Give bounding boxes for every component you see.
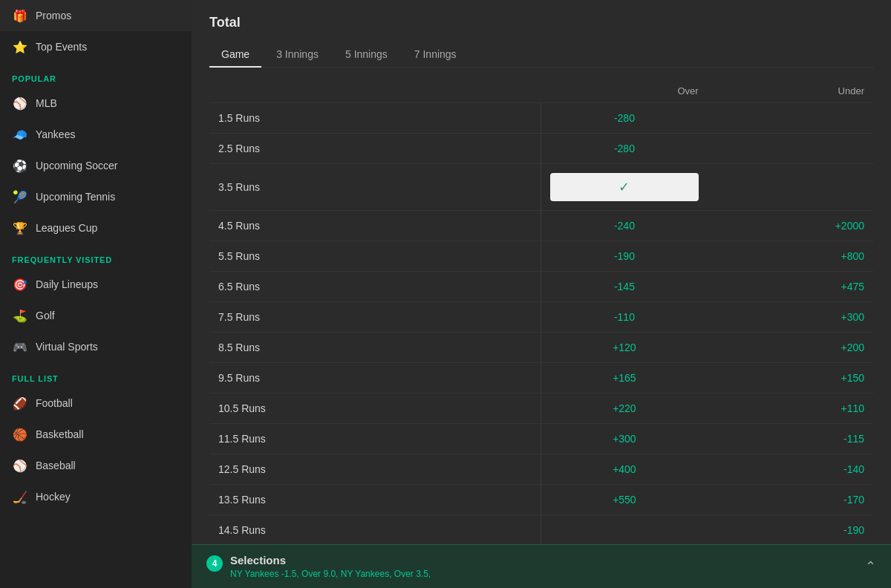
- sidebar-item-yankees[interactable]: 🧢 Yankees: [0, 119, 192, 150]
- over-value: [541, 515, 707, 546]
- table-row: 9.5 Runs+165+150: [209, 363, 873, 393]
- table-row: 13.5 Runs+550-170: [209, 485, 873, 515]
- mlb-label: MLB: [36, 97, 57, 109]
- under-value[interactable]: -140: [708, 454, 873, 485]
- popular-section-label: POPULAR: [0, 62, 192, 88]
- over-value[interactable]: -190: [541, 241, 707, 272]
- odds-table: Over Under 1.5 Runs-2802.5 Runs-2803.5 R…: [209, 79, 873, 575]
- sidebar-item-mlb[interactable]: ⚾ MLB: [0, 88, 192, 119]
- under-value[interactable]: -190: [708, 515, 873, 546]
- run-label: 10.5 Runs: [209, 393, 541, 424]
- sidebar-item-daily-lineups[interactable]: 🎯 Daily Lineups: [0, 269, 192, 300]
- under-value[interactable]: +150: [708, 363, 873, 393]
- leagues-cup-icon: 🏆: [12, 220, 28, 236]
- table-row: 10.5 Runs+220+110: [209, 393, 873, 424]
- table-row: 1.5 Runs-280: [209, 103, 873, 134]
- golf-label: Golf: [36, 310, 55, 321]
- over-value[interactable]: +220: [541, 393, 707, 424]
- sidebar-item-football[interactable]: 🏈 Football: [0, 388, 192, 419]
- over-value[interactable]: +400: [541, 454, 707, 485]
- under-value[interactable]: -115: [708, 424, 873, 454]
- bet-slip-left: 4 Selections NY Yankees -1.5, Over 9.0, …: [206, 554, 431, 579]
- run-label: 12.5 Runs: [209, 454, 541, 485]
- under-value[interactable]: +475: [708, 272, 873, 302]
- table-row: 7.5 Runs-110+300: [209, 302, 873, 333]
- bet-slip-chevron-icon[interactable]: ⌃: [865, 558, 876, 575]
- bet-slip-selections: NY Yankees -1.5, Over 9.0, NY Yankees, O…: [230, 569, 431, 579]
- over-value[interactable]: -145: [541, 272, 707, 302]
- sidebar-item-baseball[interactable]: ⚾ Baseball: [0, 450, 192, 481]
- full-list-label: FULL LIST: [0, 362, 192, 388]
- over-value[interactable]: -280: [541, 103, 707, 134]
- basketball-label: Basketball: [36, 428, 84, 440]
- bet-slip: 4 Selections NY Yankees -1.5, Over 9.0, …: [192, 544, 891, 588]
- col-header-under: Under: [708, 79, 873, 103]
- sidebar-item-virtual-sports[interactable]: 🎮 Virtual Sports: [0, 331, 192, 362]
- sidebar-item-leagues-cup[interactable]: 🏆 Leagues Cup: [0, 212, 192, 244]
- baseball-icon: ⚾: [12, 457, 28, 474]
- under-value: [708, 134, 873, 164]
- under-value[interactable]: +200: [708, 333, 873, 363]
- basketball-icon: 🏀: [12, 426, 28, 442]
- golf-icon: ⛳: [12, 307, 28, 324]
- run-label: 6.5 Runs: [209, 272, 541, 302]
- daily-lineups-label: Daily Lineups: [36, 278, 98, 290]
- over-value[interactable]: ✓: [541, 164, 707, 211]
- sidebar-item-golf[interactable]: ⛳ Golf: [0, 300, 192, 331]
- table-row: 3.5 Runs✓: [209, 164, 873, 211]
- sidebar-item-hockey[interactable]: 🏒 Hockey: [0, 481, 192, 512]
- top-events-label: Top Events: [36, 41, 87, 53]
- tab-game[interactable]: Game: [209, 42, 261, 68]
- table-row: 8.5 Runs+120+200: [209, 333, 873, 363]
- tab-5innings[interactable]: 5 Innings: [333, 42, 399, 68]
- tab-3innings[interactable]: 3 Innings: [264, 42, 330, 68]
- over-value[interactable]: +120: [541, 333, 707, 363]
- bet-slip-title: Selections: [230, 554, 431, 566]
- promos-icon: 🎁: [12, 7, 28, 24]
- table-row: 4.5 Runs-240+2000: [209, 211, 873, 241]
- run-label: 8.5 Runs: [209, 333, 541, 363]
- under-value[interactable]: +800: [708, 241, 873, 272]
- over-value[interactable]: +165: [541, 363, 707, 393]
- over-value[interactable]: +300: [541, 424, 707, 454]
- sidebar-item-basketball[interactable]: 🏀 Basketball: [0, 419, 192, 450]
- run-label: 1.5 Runs: [209, 103, 541, 134]
- tabs-bar: Game 3 Innings 5 Innings 7 Innings: [209, 42, 873, 68]
- checkmark-icon: ✓: [619, 179, 630, 195]
- sidebar-item-top-events[interactable]: ⭐ Top Events: [0, 31, 192, 62]
- top-events-icon: ⭐: [12, 39, 28, 55]
- under-value[interactable]: +110: [708, 393, 873, 424]
- table-row: 6.5 Runs-145+475: [209, 272, 873, 302]
- page-title: Total: [209, 15, 873, 30]
- tab-7innings[interactable]: 7 Innings: [402, 42, 469, 68]
- over-value[interactable]: -240: [541, 211, 707, 241]
- sidebar-item-upcoming-tennis[interactable]: 🎾 Upcoming Tennis: [0, 181, 192, 212]
- sidebar-item-promos[interactable]: 🎁 Promos: [0, 0, 192, 31]
- main-content: Total Game 3 Innings 5 Innings 7 Innings…: [192, 0, 891, 588]
- leagues-cup-label: Leagues Cup: [36, 222, 97, 234]
- hockey-icon: 🏒: [12, 489, 28, 505]
- over-value[interactable]: +550: [541, 485, 707, 515]
- run-label: 3.5 Runs: [209, 164, 541, 211]
- over-value[interactable]: -110: [541, 302, 707, 333]
- hockey-label: Hockey: [36, 491, 71, 503]
- under-value[interactable]: +300: [708, 302, 873, 333]
- table-row: 5.5 Runs-190+800: [209, 241, 873, 272]
- under-value: [708, 103, 873, 134]
- yankees-label: Yankees: [36, 128, 75, 140]
- under-value[interactable]: -170: [708, 485, 873, 515]
- table-row: 2.5 Runs-280: [209, 134, 873, 164]
- col-header-label: [209, 79, 541, 103]
- run-label: 9.5 Runs: [209, 363, 541, 393]
- over-value[interactable]: -280: [541, 134, 707, 164]
- table-row: 11.5 Runs+300-115: [209, 424, 873, 454]
- daily-lineups-icon: 🎯: [12, 276, 28, 293]
- virtual-sports-label: Virtual Sports: [36, 341, 98, 353]
- sidebar-item-upcoming-soccer[interactable]: ⚽ Upcoming Soccer: [0, 150, 192, 181]
- sidebar: 🎁 Promos ⭐ Top Events POPULAR ⚾ MLB 🧢 Ya…: [0, 0, 192, 588]
- football-label: Football: [36, 397, 73, 409]
- under-value: [708, 164, 873, 211]
- under-value[interactable]: +2000: [708, 211, 873, 241]
- soccer-icon: ⚽: [12, 157, 28, 174]
- run-label: 4.5 Runs: [209, 211, 541, 241]
